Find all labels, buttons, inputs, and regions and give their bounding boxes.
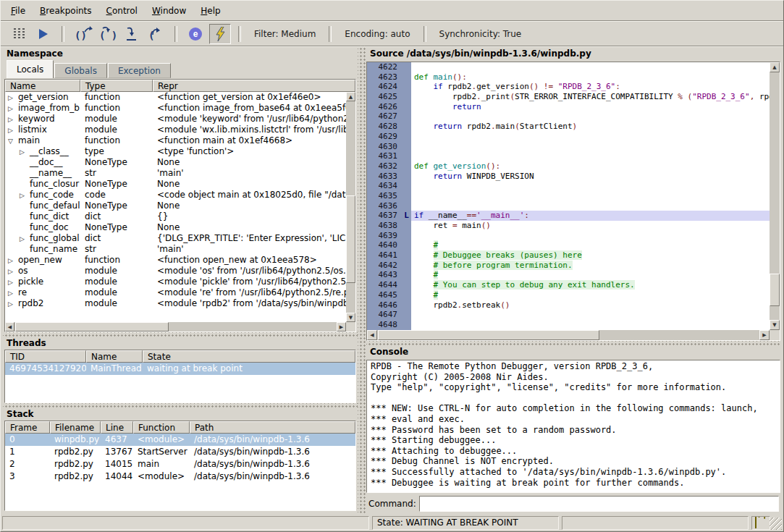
namespace-row[interactable]: ▷image_from_bfunction<function image_fro… [5, 103, 346, 114]
namespace-row[interactable]: ▷keywordmodule<module 'keyword' from '/u… [5, 114, 346, 124]
column-header-path[interactable]: Path [190, 421, 355, 434]
scroll-up-button[interactable]: ▲ [346, 92, 355, 101]
line-number[interactable]: 4638 [367, 221, 402, 231]
namespace-row[interactable]: ▽mainfunction<function main at 0x1ef4668… [5, 135, 346, 146]
expand-arrow-icon[interactable]: ▷ [8, 114, 18, 124]
line-number[interactable]: 4632 [367, 161, 402, 172]
namespace-row[interactable]: ▷func_codecode<code object main at 0x180… [5, 190, 346, 200]
source-line[interactable]: 4644 # You can step to debug any exit ha… [367, 280, 770, 290]
line-number[interactable]: 4626 [367, 102, 402, 112]
line-number[interactable]: 4630 [367, 142, 402, 152]
tab-globals[interactable]: Globals [54, 63, 107, 78]
source-line[interactable]: 4631 [367, 151, 770, 161]
source-line[interactable]: 4623def main(): [367, 72, 770, 83]
scroll-up-button[interactable]: ▲ [770, 62, 780, 72]
line-number[interactable]: 4637 [367, 211, 402, 221]
column-header-name[interactable]: Name [5, 80, 80, 92]
scroll-thumb[interactable] [378, 330, 599, 340]
scroll-thumb[interactable] [346, 195, 355, 283]
source-editor[interactable]: 46224623def main():4624 if rpdb2.get_ver… [366, 62, 780, 341]
namespace-row[interactable]: func_closurNoneTypeNone [5, 179, 346, 190]
source-line[interactable]: 4643 # [367, 270, 770, 280]
namespace-row[interactable]: ▷listmixmodule<module 'wx.lib.mixins.lis… [5, 124, 346, 135]
expand-arrow-icon[interactable]: ▷ [8, 256, 18, 266]
namespace-row[interactable]: __name__str'main' [5, 168, 346, 179]
line-number[interactable]: 4624 [367, 82, 402, 92]
expand-arrow-icon[interactable]: ▷ [8, 299, 18, 309]
namespace-row[interactable]: ▷picklemodule<module 'pickle' from '/usr… [5, 276, 346, 287]
expand-arrow-icon[interactable]: ▷ [20, 234, 30, 244]
go-button[interactable] [33, 24, 54, 44]
source-line[interactable]: 4637Lif __name__=='__main__': [367, 211, 770, 221]
source-line[interactable]: 4634 [367, 181, 770, 191]
menu-help[interactable]: Help [193, 2, 227, 20]
source-line[interactable]: 4636 [367, 201, 770, 211]
threads-stack-splitter[interactable] [3, 403, 358, 409]
expand-arrow-icon[interactable]: ▷ [8, 266, 18, 276]
source-line[interactable]: 4622 [367, 62, 770, 72]
tab-exception[interactable]: Exception [108, 63, 171, 78]
line-number[interactable]: 4642 [367, 261, 402, 271]
source-line[interactable]: 4630 [367, 142, 770, 152]
stack-frame-row[interactable]: 2rpdb2.py14015main/data/sys/bin/winpdb-1… [5, 458, 355, 470]
source-line[interactable]: 4646 rpdb2.setbreak() [367, 300, 770, 311]
source-line[interactable]: 4641 # Debuggee breaks (pauses) here [367, 250, 770, 261]
source-line[interactable]: 4632def get_version(): [367, 161, 770, 172]
namespace-row[interactable]: ▷remodule<module 're' from '/usr/lib64/p… [5, 287, 346, 298]
line-number[interactable]: 4639 [367, 231, 402, 241]
command-input[interactable] [419, 496, 779, 512]
resize-grip-icon[interactable] [770, 518, 782, 530]
menu-window[interactable]: Window [145, 2, 193, 20]
column-header-filename[interactable]: Filename [50, 421, 101, 434]
line-number[interactable]: 4633 [367, 172, 402, 182]
scroll-left-button[interactable]: ◀ [5, 322, 14, 332]
line-number[interactable]: 4631 [367, 151, 402, 161]
synchronicity-toggle-button[interactable] [209, 24, 231, 44]
collapse-arrow-icon[interactable]: ▽ [8, 136, 18, 146]
source-line[interactable]: 4647 [367, 310, 770, 320]
menu-control[interactable]: Control [99, 2, 145, 20]
source-line[interactable]: 4627 [367, 111, 770, 122]
line-number[interactable]: 4623 [367, 72, 402, 83]
menu-file[interactable]: File [4, 2, 33, 20]
source-line[interactable]: 4640 # [367, 240, 770, 250]
line-number[interactable]: 4634 [367, 181, 402, 191]
source-line[interactable]: 4629 [367, 132, 770, 142]
expand-arrow-icon[interactable]: ▷ [8, 93, 18, 103]
expand-arrow-icon[interactable]: ▷ [8, 277, 18, 287]
namespace-row[interactable]: func_defaulNoneTypeNone [5, 200, 346, 211]
namespace-horizontal-scrollbar[interactable]: ◀ ▶ [5, 322, 346, 332]
line-number[interactable]: 4641 [367, 250, 402, 261]
source-line[interactable]: 4625 rpdb2._print(STR_ERROR_INTERFACE_CO… [367, 92, 770, 102]
stack-frame-row[interactable]: 1rpdb2.py13767StartServer/data/sys/bin/w… [5, 446, 355, 458]
line-number[interactable]: 4627 [367, 111, 402, 122]
source-line[interactable]: 4635 [367, 191, 770, 201]
column-header-state[interactable]: State [143, 350, 355, 363]
namespace-vertical-scrollbar[interactable]: ▲ ▼ [346, 92, 355, 322]
column-header-frame[interactable]: Frame [5, 421, 50, 434]
namespace-row[interactable]: __doc__NoneTypeNone [5, 157, 346, 168]
source-line[interactable]: 4628 return rpdb2.main(StartClient) [367, 122, 770, 132]
line-number[interactable]: 4636 [367, 201, 402, 211]
goto-button[interactable] [121, 24, 143, 44]
column-header-type[interactable]: Type [80, 80, 153, 92]
namespace-row[interactable]: func_docNoneTypeNone [5, 222, 346, 233]
column-header-repr[interactable]: Repr [153, 80, 355, 92]
source-console-splitter[interactable] [366, 341, 780, 347]
expand-arrow-icon[interactable]: ▷ [8, 288, 18, 298]
line-number[interactable]: 4646 [367, 300, 402, 311]
namespace-row[interactable]: ▷rpdb2module<module 'rpdb2' from '/data/… [5, 298, 346, 309]
scroll-right-button[interactable]: ▶ [337, 322, 346, 332]
source-line[interactable]: 4626 return [367, 102, 770, 112]
scroll-left-button[interactable]: ◀ [367, 330, 377, 340]
line-number[interactable]: 4643 [367, 270, 402, 280]
expand-arrow-icon[interactable]: ▷ [8, 104, 18, 114]
break-button[interactable] [8, 24, 30, 44]
scroll-down-button[interactable]: ▼ [346, 313, 355, 322]
namespace-row[interactable]: func_dictdict{} [5, 211, 346, 222]
stack-frame-row[interactable]: 0winpdb.py4637<module>/data/sys/bin/winp… [5, 434, 355, 446]
line-number[interactable]: 4640 [367, 240, 402, 250]
scroll-thumb[interactable] [15, 322, 169, 332]
namespace-row[interactable]: ▷func_globaldict{'DLG_EXPR_TITLE': 'Ente… [5, 233, 346, 244]
column-header-name[interactable]: Name [86, 350, 143, 363]
